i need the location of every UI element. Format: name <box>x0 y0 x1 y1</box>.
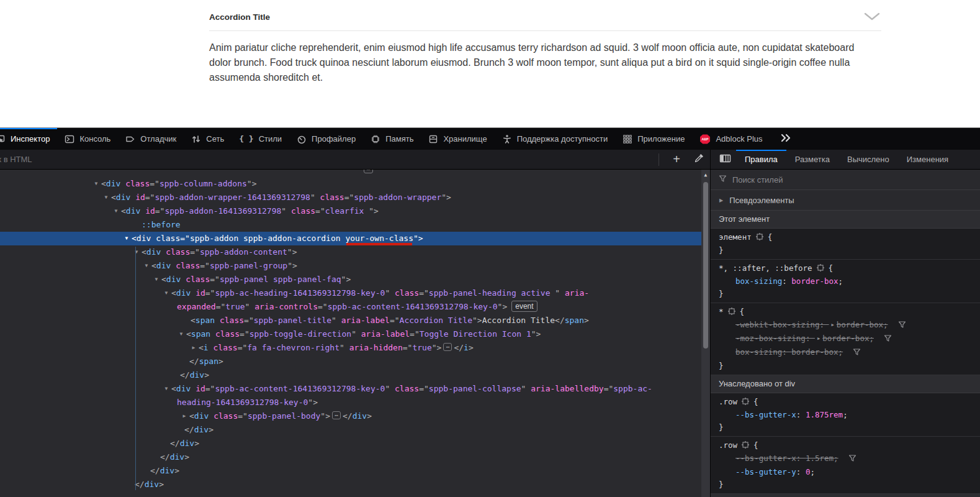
indent-guide <box>135 247 136 490</box>
markup-row[interactable]: ▶<div class="sppb-panel-body">⋯</div> <box>0 409 701 423</box>
collapse-arrow-icon[interactable]: ▼ <box>92 177 100 191</box>
css-declaration[interactable]: --bs-gutter-x: 1.5rem; <box>719 452 975 466</box>
toolbar-separator <box>659 153 659 166</box>
selector-target-icon[interactable] <box>742 440 749 452</box>
selector-target-icon[interactable] <box>756 232 763 244</box>
html-search-placeholder: Поиск в HTML <box>0 150 32 170</box>
selector-target-icon[interactable] <box>817 263 824 275</box>
devtools-tab[interactable]: Профайлер <box>289 128 363 150</box>
rules-section-header: Унаследовано от body <box>711 494 980 497</box>
style-filter-input[interactable]: Поиск стилей <box>711 170 980 190</box>
collapse-arrow-icon[interactable]: ▼ <box>153 273 160 286</box>
scrollbar-thumb[interactable] <box>703 182 708 349</box>
selector-target-icon[interactable] <box>742 396 749 409</box>
sidebar-tab[interactable]: Изменения <box>898 150 957 169</box>
sidebar-tab[interactable]: Правила <box>736 150 786 169</box>
markup-row[interactable]: ▼<div id="sppb-ac-heading-1641369312798-… <box>0 286 701 314</box>
event-badge[interactable]: event <box>511 301 537 312</box>
devtools-tab[interactable]: Память <box>363 128 421 150</box>
html-search-input[interactable]: Поиск в HTML <box>0 150 659 170</box>
markup-row[interactable]: ▼<div class="sppb-panel-group"> <box>0 259 701 273</box>
css-declaration[interactable]: -webkit-box-sizing: ▶border-box; <box>719 319 975 332</box>
markup-row[interactable]: ▼<div class="sppb-addon-content"> <box>0 245 701 259</box>
eyedropper-button[interactable] <box>688 153 710 166</box>
css-rule[interactable]: элемент{} <box>711 229 980 260</box>
devtools-tab[interactable]: Консоль <box>57 128 118 150</box>
devtools-tab[interactable]: { }Стили <box>232 128 289 150</box>
devtools-tab[interactable]: Сеть <box>184 128 232 150</box>
markup-row[interactable]: ▼<span class="sppb-toggle-direction" ari… <box>0 327 701 341</box>
rule-selector: *, ::after, ::before{ <box>719 262 975 275</box>
rules-section-header: Унаследовано от div <box>711 375 980 393</box>
devtools-tab[interactable]: Поддержка доступности <box>495 128 616 150</box>
ellipsis-badge[interactable]: ⋯ <box>332 411 341 419</box>
devtools-tab[interactable]: Отладчик <box>118 128 184 150</box>
chevron-down-icon[interactable] <box>864 12 880 24</box>
css-declaration[interactable]: --bs-gutter-y: 0; <box>719 466 975 478</box>
markup-row[interactable]: ▼<div class="sppb-column-addons"> <box>0 177 701 191</box>
toggle-sidebar-button[interactable] <box>719 150 731 169</box>
overridden-filter-icon[interactable] <box>884 334 892 346</box>
scrollbar-up-arrow-icon[interactable]: ▲ <box>701 172 710 178</box>
markup-scrollbar[interactable]: ▲ <box>701 170 710 497</box>
overridden-filter-icon[interactable] <box>898 320 906 332</box>
markup-row[interactable]: </div> <box>0 423 701 437</box>
markup-row[interactable]: </div> <box>0 450 701 464</box>
expand-value-icon[interactable]: ▶ <box>817 332 820 345</box>
css-rule[interactable]: *{-webkit-box-sizing: ▶border-box;-moz-b… <box>711 303 980 375</box>
overridden-filter-icon[interactable] <box>848 454 856 466</box>
css-declaration[interactable]: box-sizing: border-box; <box>719 346 975 360</box>
markup-row[interactable]: ::before <box>0 218 701 232</box>
markup-row[interactable]: </div> <box>0 464 701 478</box>
ellipsis-badge[interactable]: ⋯ <box>443 343 452 351</box>
rule-selector: .row{ <box>719 439 975 452</box>
collapse-arrow-icon[interactable]: ▼ <box>133 245 140 259</box>
expand-arrow-icon[interactable]: ▶ <box>181 409 188 423</box>
collapse-arrow-icon[interactable]: ▼ <box>143 259 150 273</box>
sidebar-tab[interactable]: Вычислено <box>838 150 898 169</box>
selector-target-icon[interactable] <box>728 306 735 319</box>
devtools-tab-label: Инспектор <box>11 134 50 144</box>
devtools-tab[interactable]: Инспектор <box>0 128 57 150</box>
expand-arrow-icon[interactable]: ▶ <box>190 341 197 355</box>
css-declaration[interactable]: --bs-gutter-x: 1.875rem; <box>719 409 975 421</box>
markup-row[interactable]: <span class="sppb-panel-title" aria-labe… <box>0 314 701 327</box>
devtools: ИнспекторКонсольОтладчикСеть{ }СтилиПроф… <box>0 127 980 497</box>
devtools-tab[interactable]: Приложение <box>615 128 692 150</box>
markup-row[interactable]: ▼<div id="sppb-ac-content-1641369312798-… <box>0 382 701 409</box>
collapse-arrow-icon[interactable]: ▼ <box>123 232 130 245</box>
css-rule[interactable]: .row{--bs-gutter-x: 1.5rem;--bs-gutter-y… <box>711 437 980 494</box>
accordion-title[interactable]: Accordion Title <box>209 12 270 22</box>
collapse-arrow-icon[interactable]: ▼ <box>112 204 120 218</box>
collapse-arrow-icon[interactable]: ▼ <box>178 327 185 341</box>
markup-row[interactable]: ▶<i class="fa fa-chevron-right" aria-hid… <box>0 341 701 355</box>
markup-row[interactable]: </div> <box>0 478 701 491</box>
more-tabs-button[interactable] <box>770 128 801 150</box>
collapse-arrow-icon[interactable]: ▼ <box>163 286 170 300</box>
markup-row-selected[interactable]: ▼<div class="sppb-addon sppb-addon-accor… <box>0 232 701 245</box>
markup-row[interactable]: </div> <box>0 437 701 450</box>
collapse-arrow-icon[interactable]: ▼ <box>163 382 170 396</box>
collapse-arrow-icon[interactable]: ▼ <box>102 191 110 204</box>
rule-closing-brace: } <box>719 360 975 372</box>
markup-row[interactable]: ▼<div id="sppb-addon-wrapper-16413693127… <box>0 191 701 204</box>
markup-row[interactable]: </div> <box>0 368 701 382</box>
ellipsis-badge[interactable]: ⋯ <box>364 170 372 173</box>
css-declaration[interactable]: -moz-box-sizing: ▶border-box; <box>719 332 975 346</box>
css-rule[interactable]: .row{--bs-gutter-x: 1.875rem;} <box>711 393 980 437</box>
devtools-toolbar: Поиск в HTML + ПравилаРазметкаВычисленоИ… <box>0 150 980 170</box>
add-node-button[interactable]: + <box>665 152 688 166</box>
markup-row[interactable]: ▼<div class="sppb-panel sppb-panel-faq"> <box>0 273 701 286</box>
sidebar-tab[interactable]: Разметка <box>786 150 838 169</box>
markup-row[interactable]: </span> <box>0 355 701 368</box>
devtools-tab[interactable]: ABPAdblock Plus <box>692 128 770 150</box>
expand-value-icon[interactable]: ▶ <box>832 319 834 331</box>
overridden-filter-icon[interactable] <box>853 347 861 360</box>
markup-row[interactable]: ▼<div id="sppb-addon-1641369312798" clas… <box>0 204 701 218</box>
markup-row[interactable]: " "⋯ <box>0 170 701 177</box>
pseudo-elements-toggle[interactable]: ▶ Псевдоэлементы <box>711 190 980 211</box>
devtools-tab[interactable]: Хранилище <box>421 128 494 150</box>
css-declaration[interactable]: box-sizing: border-box; <box>719 275 975 288</box>
devtools-tab-label: Поддержка доступности <box>517 134 608 144</box>
css-rule[interactable]: *, ::after, ::before{box-sizing: border-… <box>711 260 980 303</box>
